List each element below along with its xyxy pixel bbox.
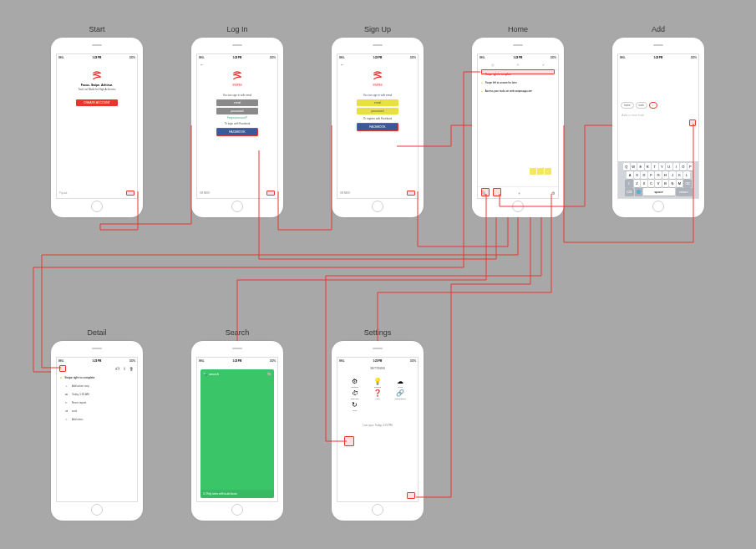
- key-shift[interactable]: ⇧: [625, 180, 633, 187]
- key-123[interactable]: 123: [625, 188, 634, 196]
- tryout-link[interactable]: Try out: [59, 191, 67, 195]
- key-w[interactable]: W: [631, 163, 637, 170]
- statusbar: BELL1:23 PM100%: [57, 358, 137, 363]
- brand: SWIPES: [337, 84, 418, 87]
- hotspot-detail-back[interactable]: [59, 365, 66, 372]
- key-i[interactable]: I: [673, 163, 680, 170]
- hotspot-home-add[interactable]: [493, 188, 501, 196]
- detail-row[interactable]: ↻Never repeat: [57, 399, 137, 407]
- key-v[interactable]: V: [655, 180, 662, 187]
- key-b[interactable]: B: [662, 180, 669, 187]
- detail-row[interactable]: 🏷work: [57, 407, 137, 415]
- email-field[interactable]: email: [216, 99, 258, 106]
- create-account-button[interactable]: CREATE ACCOUNT: [76, 99, 118, 106]
- key-o[interactable]: O: [680, 163, 687, 170]
- key-c[interactable]: C: [648, 180, 655, 187]
- task-row[interactable]: ●Access your tasks on web.swipesapp.com: [478, 87, 558, 95]
- back-icon[interactable]: ←: [340, 62, 344, 67]
- facebook-button[interactable]: FACEBOOK: [216, 128, 258, 136]
- settings-item-tweaks[interactable]: 💡Tweaks: [367, 379, 388, 389]
- tab-clock-icon[interactable]: ◷: [491, 63, 494, 67]
- settings-item-help[interactable]: ❓Help: [367, 390, 388, 400]
- key-k[interactable]: K: [677, 171, 683, 179]
- tag-home[interactable]: home: [621, 102, 634, 109]
- task-row[interactable]: ●Swipe left to snooze for later: [478, 79, 558, 87]
- facebook-button[interactable]: FACEBOOK: [357, 123, 398, 131]
- key-globe[interactable]: 🌐: [635, 188, 642, 196]
- hotspot-home-search[interactable]: [481, 188, 490, 196]
- settings-item-sync[interactable]: ☁Sync: [390, 379, 411, 389]
- settings-item-snoozes[interactable]: ⏱Snoozes: [344, 390, 365, 400]
- tagline-2: Task List Made for High Achievers: [57, 88, 137, 91]
- hotspot-start-login[interactable]: [126, 191, 134, 196]
- detail-row[interactable]: ＋Add action step: [57, 382, 137, 390]
- statusbar: BELL1:23 PM100%: [197, 358, 277, 363]
- label-detail: Detail: [51, 328, 143, 337]
- password-field[interactable]: password: [216, 108, 258, 114]
- search-icon[interactable]: 🔍: [203, 372, 207, 376]
- key-s[interactable]: S: [634, 171, 641, 179]
- hotspot-settings-item[interactable]: [344, 436, 354, 446]
- share-icon[interactable]: ⇪: [123, 366, 126, 371]
- key-x[interactable]: X: [641, 180, 647, 187]
- keyboard[interactable]: QWERTYUIOP ASDFGHJKL ⇧ZXCVBNM⌫ 123 🌐 spa…: [618, 161, 698, 198]
- search-input[interactable]: search: [209, 372, 219, 376]
- detail-row[interactable]: 🗓Today, 5:05 AM: [57, 390, 137, 399]
- tag-add[interactable]: +: [649, 102, 657, 109]
- back-icon[interactable]: ←: [200, 62, 204, 67]
- tag-work[interactable]: work: [636, 102, 647, 109]
- phone-signup: BELL1:23 PM100% ← SWIPES You can sign in…: [332, 38, 424, 217]
- key-a[interactable]: A: [627, 171, 633, 179]
- label-home: Home: [472, 25, 564, 33]
- key-l[interactable]: L: [683, 171, 690, 179]
- statusbar: BELL 1:23 PM 100%: [57, 54, 137, 60]
- settings-icon[interactable]: ⚙: [551, 191, 555, 196]
- forgot-link[interactable]: Forgot password?: [197, 116, 277, 119]
- hotspot-login-signup[interactable]: [266, 191, 275, 196]
- imnew-link[interactable]: I'M NEW: [200, 191, 210, 195]
- key-delete[interactable]: ⌫: [683, 180, 692, 187]
- key-u[interactable]: U: [666, 163, 672, 170]
- label-add: Add: [612, 25, 704, 33]
- label-start: Start: [51, 25, 143, 33]
- key-r[interactable]: R: [645, 163, 652, 170]
- key-space[interactable]: space: [643, 188, 675, 196]
- hotspot-add-confirm[interactable]: [689, 119, 696, 126]
- password-field[interactable]: password: [357, 108, 398, 114]
- settings-icon: ☁: [390, 379, 411, 385]
- settings-item-integrations[interactable]: 🔗Integrations: [390, 390, 411, 400]
- hotspot-task1[interactable]: [481, 69, 555, 74]
- key-y[interactable]: Y: [659, 163, 666, 170]
- key-n[interactable]: N: [669, 180, 676, 187]
- key-f[interactable]: F: [648, 171, 655, 179]
- tab-list-icon[interactable]: ≡: [517, 63, 519, 67]
- email-field[interactable]: email: [357, 99, 398, 106]
- key-return[interactable]: return: [676, 188, 693, 196]
- tag-icon[interactable]: 🏷: [115, 366, 119, 371]
- add-icon[interactable]: ＋: [517, 191, 521, 196]
- key-e[interactable]: E: [637, 163, 644, 170]
- hotspot-signup-home[interactable]: [407, 191, 415, 196]
- key-q[interactable]: Q: [623, 163, 630, 170]
- settings-item-sync[interactable]: ↻Sync: [344, 402, 365, 412]
- tab-check-icon[interactable]: ✓: [542, 63, 545, 67]
- tag-row: home work +: [618, 100, 698, 110]
- key-h[interactable]: H: [662, 171, 669, 179]
- delete-icon[interactable]: 🗑: [129, 366, 134, 371]
- imnew-link[interactable]: I'M NEW: [340, 191, 350, 195]
- hotspot-settings-close[interactable]: [407, 492, 415, 499]
- statusbar: BELL1:23 PM100%: [618, 54, 698, 60]
- key-z[interactable]: Z: [634, 180, 641, 187]
- add-task-input[interactable]: Add a new task: [618, 110, 698, 119]
- key-m[interactable]: M: [677, 180, 683, 187]
- key-p[interactable]: P: [688, 163, 694, 170]
- key-d[interactable]: D: [641, 171, 647, 179]
- login-lead: You can sign in with email: [197, 94, 277, 97]
- settings-icon: 💡: [367, 379, 388, 385]
- key-g[interactable]: G: [655, 171, 662, 179]
- settings-item-options[interactable]: ⚙Options: [344, 379, 365, 389]
- key-j[interactable]: J: [669, 171, 676, 179]
- key-t[interactable]: T: [652, 163, 658, 170]
- logo-icon: [371, 69, 384, 82]
- detail-row[interactable]: ✎Add notes: [57, 415, 137, 424]
